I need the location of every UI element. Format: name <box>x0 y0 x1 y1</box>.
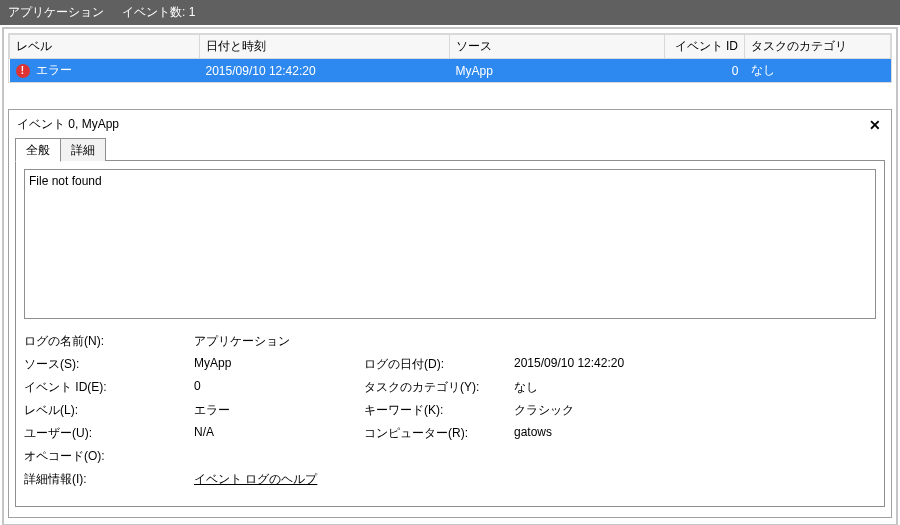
detail-tabs: 全般 詳細 <box>15 137 885 161</box>
value-task-category: なし <box>514 379 876 396</box>
cell-level-text: エラー <box>36 63 72 77</box>
label-log-name: ログの名前(N): <box>24 333 194 350</box>
events-table: レベル 日付と時刻 ソース イベント ID タスクのカテゴリ !エラー 2015… <box>9 34 891 82</box>
cell-task-category: なし <box>745 59 891 83</box>
content-area: レベル 日付と時刻 ソース イベント ID タスクのカテゴリ !エラー 2015… <box>2 27 898 525</box>
close-icon[interactable]: ✕ <box>867 117 883 133</box>
value-log-name: アプリケーション <box>194 333 364 350</box>
spacer <box>8 83 892 105</box>
error-icon: ! <box>16 64 30 78</box>
column-event-id[interactable]: イベント ID <box>665 35 745 59</box>
cell-event-id: 0 <box>665 59 745 83</box>
detail-title-row: イベント 0, MyApp ✕ <box>15 116 885 137</box>
label-event-id: イベント ID(E): <box>24 379 194 396</box>
label-more-info: 詳細情報(I): <box>24 471 194 488</box>
label-user: ユーザー(U): <box>24 425 194 442</box>
cell-level: !エラー <box>10 59 200 83</box>
label-log-date: ログの日付(D): <box>364 356 514 373</box>
value-log-date: 2015/09/10 12:42:20 <box>514 356 876 373</box>
event-message[interactable]: File not found <box>24 169 876 319</box>
column-task-category[interactable]: タスクのカテゴリ <box>745 35 891 59</box>
value-keyword: クラシック <box>514 402 876 419</box>
tab-general[interactable]: 全般 <box>15 138 61 162</box>
event-metadata: ログの名前(N): アプリケーション ソース(S): MyApp ログの日付(D… <box>24 333 876 488</box>
label-computer: コンピューター(R): <box>364 425 514 442</box>
table-row[interactable]: !エラー 2015/09/10 12:42:20 MyApp 0 なし <box>10 59 891 83</box>
value-level: エラー <box>194 402 364 419</box>
events-table-wrapper: レベル 日付と時刻 ソース イベント ID タスクのカテゴリ !エラー 2015… <box>8 33 892 83</box>
log-title: アプリケーション <box>8 4 104 21</box>
label-keyword: キーワード(K): <box>364 402 514 419</box>
tab-general-page: File not found ログの名前(N): アプリケーション ソース(S)… <box>15 160 885 507</box>
value-opcode <box>194 448 364 465</box>
value-user: N/A <box>194 425 364 442</box>
cell-source: MyApp <box>450 59 665 83</box>
label-source: ソース(S): <box>24 356 194 373</box>
event-detail-panel: イベント 0, MyApp ✕ 全般 詳細 File not found ログの… <box>8 109 892 518</box>
label-level: レベル(L): <box>24 402 194 419</box>
event-log-help-link[interactable]: イベント ログのヘルプ <box>194 471 364 488</box>
tab-details[interactable]: 詳細 <box>60 138 106 161</box>
cell-datetime: 2015/09/10 12:42:20 <box>200 59 450 83</box>
value-event-id: 0 <box>194 379 364 396</box>
column-level[interactable]: レベル <box>10 35 200 59</box>
label-opcode: オペコード(O): <box>24 448 194 465</box>
event-count: イベント数: 1 <box>122 4 195 21</box>
value-computer: gatows <box>514 425 876 442</box>
value-source: MyApp <box>194 356 364 373</box>
column-source[interactable]: ソース <box>450 35 665 59</box>
column-datetime[interactable]: 日付と時刻 <box>200 35 450 59</box>
detail-title: イベント 0, MyApp <box>17 116 119 133</box>
event-viewer-window: アプリケーション イベント数: 1 レベル 日付と時刻 ソース イベント ID … <box>0 0 900 525</box>
label-task-category: タスクのカテゴリ(Y): <box>364 379 514 396</box>
table-header-row: レベル 日付と時刻 ソース イベント ID タスクのカテゴリ <box>10 35 891 59</box>
log-header: アプリケーション イベント数: 1 <box>0 0 900 25</box>
